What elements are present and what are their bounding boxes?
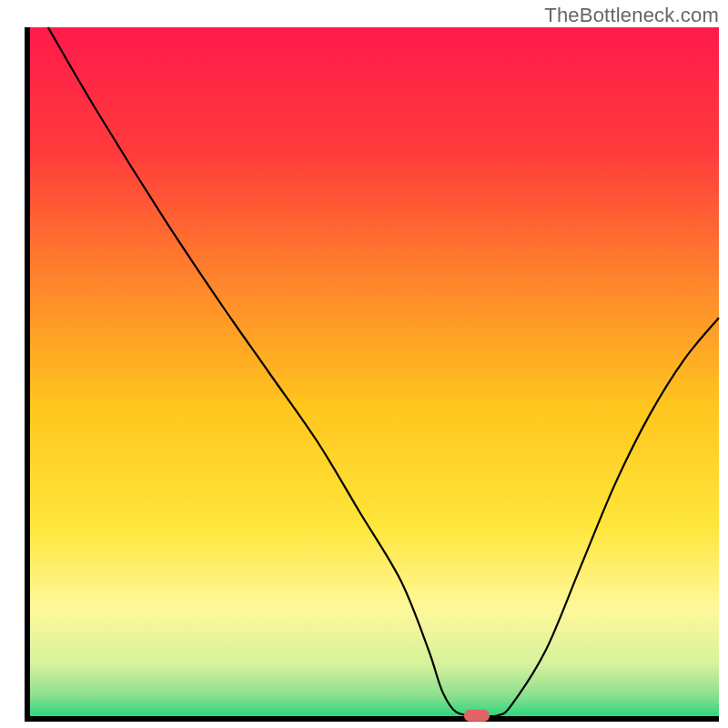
plot-background xyxy=(27,27,719,719)
optimal-marker xyxy=(464,710,490,722)
chart-container: { "watermark": "TheBottleneck.com", "cha… xyxy=(0,0,728,728)
bottleneck-chart xyxy=(0,0,728,728)
watermark-text: TheBottleneck.com xyxy=(544,4,719,27)
